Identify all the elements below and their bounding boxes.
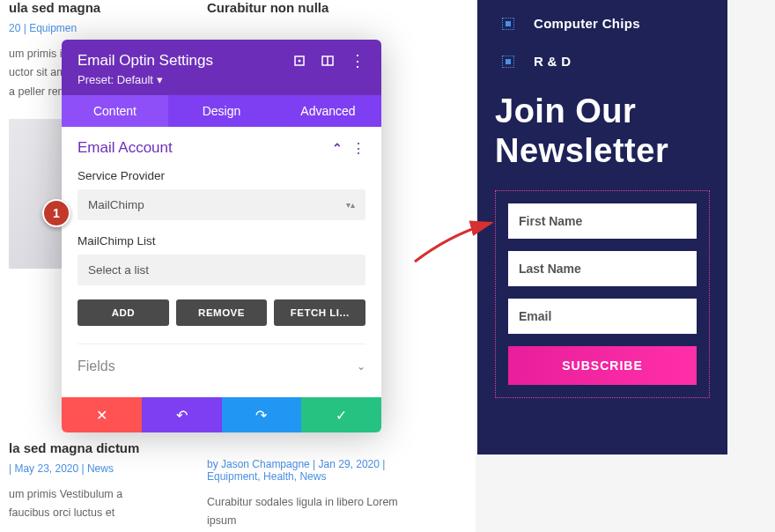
mailchimp-list-label: MailChimp List [78, 234, 365, 248]
last-name-input[interactable] [508, 251, 697, 286]
panel-body: Email Account ⌃ ⋮ Service Provider MailC… [62, 127, 381, 397]
list-buttons: ADD REMOVE FETCH LI... [78, 299, 365, 326]
sidebar-item-rd[interactable]: R & D [495, 54, 710, 69]
section-title: Email Account [78, 139, 173, 157]
chevron-up-icon[interactable]: ⌃ [332, 141, 343, 155]
remove-button[interactable]: REMOVE [176, 299, 268, 326]
undo-icon: ↶ [176, 407, 188, 424]
mailchimp-list-select[interactable]: Select a list [78, 255, 365, 285]
post-meta[interactable]: 20 | Equipmen [9, 22, 150, 34]
add-button[interactable]: ADD [78, 299, 169, 326]
post-meta[interactable]: | May 23, 2020 | News [9, 462, 150, 475]
close-icon: ✕ [96, 407, 107, 424]
tab-content[interactable]: Content [62, 95, 168, 127]
undo-button[interactable]: ↶ [142, 397, 222, 432]
fetch-lists-button[interactable]: FETCH LI... [274, 299, 365, 326]
section-fields[interactable]: Fields ⌄ [78, 344, 365, 388]
panel-title: Email Optin Settings [78, 52, 213, 70]
panel-footer: ✕ ↶ ↷ ✓ [62, 397, 381, 432]
expand-icon[interactable] [293, 55, 306, 67]
service-provider-select[interactable]: MailChimp ▾▴ [78, 189, 365, 220]
sidebar-item-label: Computer Chips [534, 16, 640, 31]
confirm-button[interactable]: ✓ [301, 397, 381, 432]
newsletter-sidebar: Computer Chips R & D Join Our Newsletter… [477, 0, 727, 454]
post-title: ula sed magna [9, 0, 150, 15]
preset-selector[interactable]: Preset: Default ▾ [78, 73, 365, 86]
tab-design[interactable]: Design [168, 95, 275, 127]
select-arrow-icon: ▾▴ [346, 200, 355, 210]
post-title: la sed magna dictum [9, 440, 150, 455]
post-body: Curabitur sodales ligula in libero Lorem… [207, 493, 427, 531]
redo-button[interactable]: ↷ [222, 397, 302, 432]
redo-icon: ↷ [255, 407, 267, 424]
section-email-account[interactable]: Email Account ⌃ ⋮ [78, 139, 365, 157]
chevron-down-icon: ⌄ [357, 360, 365, 373]
email-optin-settings-panel: Email Optin Settings ⋮ Preset: Default ▾… [62, 40, 381, 432]
post-meta[interactable]: by Jason Champagne | Jan 29, 2020 | Equi… [207, 458, 427, 483]
columns-icon[interactable] [321, 55, 334, 67]
header-icons: ⋮ [293, 55, 365, 67]
annotation-badge-1: 1 [42, 199, 70, 227]
check-icon: ✓ [336, 407, 347, 424]
cancel-button[interactable]: ✕ [62, 397, 142, 432]
chip-icon [502, 18, 514, 30]
svg-point-1 [299, 60, 301, 63]
chip-icon [502, 55, 514, 68]
select-value: Select a list [88, 263, 149, 277]
blog-lower-1: la sed magna dictum | May 23, 2020 | New… [0, 440, 159, 523]
service-provider-label: Service Provider [78, 169, 365, 182]
sidebar-item-label: R & D [534, 54, 571, 69]
post-body: um primis Vestibulum a faucibus orci luc… [9, 485, 150, 523]
newsletter-heading: Join Our Newsletter [495, 92, 710, 171]
email-input[interactable] [508, 299, 697, 334]
post-title: Curabitur non nulla [207, 0, 427, 15]
panel-header: Email Optin Settings ⋮ Preset: Default ▾ [62, 40, 381, 95]
subscribe-button[interactable]: SUBSCRIBE [508, 346, 697, 385]
blog-lower-2: by Jason Champagne | Jan 29, 2020 | Equi… [198, 458, 436, 531]
tabs: Content Design Advanced [62, 95, 381, 127]
more-icon[interactable]: ⋮ [351, 140, 365, 157]
section-title: Fields [78, 358, 115, 374]
select-value: MailChimp [88, 198, 144, 211]
first-name-input[interactable] [508, 203, 697, 239]
more-icon[interactable]: ⋮ [350, 55, 365, 67]
tab-advanced[interactable]: Advanced [275, 95, 381, 127]
newsletter-form: SUBSCRIBE [495, 190, 710, 398]
sidebar-item-chips[interactable]: Computer Chips [495, 16, 710, 31]
